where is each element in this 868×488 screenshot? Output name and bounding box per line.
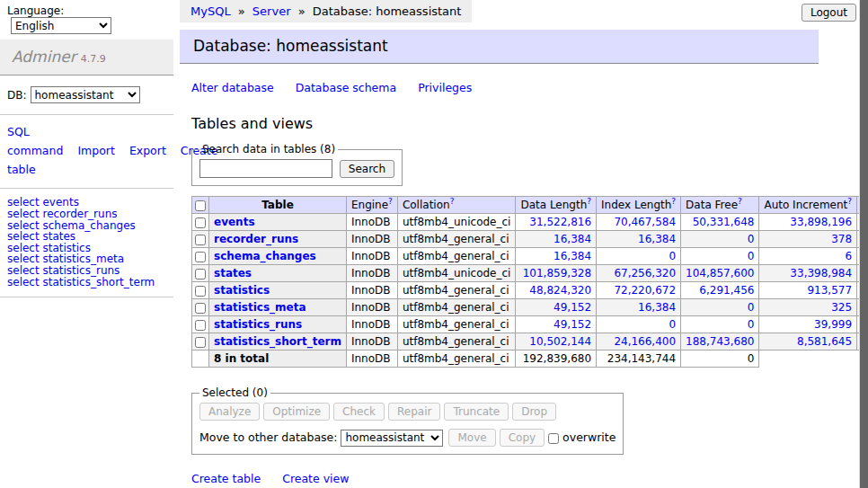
db-select[interactable]: homeassistant (31, 86, 140, 103)
data-length-link[interactable]: 31,522,816 (529, 216, 591, 228)
row-checkbox[interactable] (195, 235, 206, 245)
auto-increment-link[interactable]: 913,577 (807, 284, 852, 297)
analyze-button[interactable]: Analyze (199, 403, 260, 421)
link-alter-database[interactable]: Alter database (191, 81, 274, 94)
help-link[interactable]: ? (450, 197, 455, 206)
data-length-link[interactable]: 49,152 (554, 301, 591, 314)
row-checkbox[interactable] (195, 217, 206, 228)
data-free-link[interactable]: 104,857,600 (686, 267, 754, 279)
sidebar-link-select-statistics-short-term[interactable]: select statistics_short_term (7, 277, 166, 288)
link-create-table[interactable]: Create table (191, 472, 261, 485)
data-length-link[interactable]: 10,502,144 (529, 335, 591, 348)
row-checkbox[interactable] (195, 337, 206, 348)
link-create-view[interactable]: Create view (282, 472, 349, 485)
data-length-link[interactable]: 16,384 (554, 233, 591, 245)
auto-increment-link[interactable]: 8,581,645 (797, 335, 852, 348)
data-free-link[interactable]: 188,743,680 (686, 335, 754, 348)
search-input[interactable] (199, 159, 332, 178)
index-length-link[interactable]: 70,467,584 (614, 216, 676, 228)
auto-increment-link[interactable]: 33,898,196 (790, 216, 852, 228)
data-free-link[interactable]: 6,291,456 (699, 284, 754, 297)
row-checkbox[interactable] (195, 252, 206, 262)
auto-increment-link[interactable]: 6 (845, 250, 852, 262)
index-length-cell: 72,220,672 (597, 282, 681, 299)
search-button[interactable]: Search (340, 160, 394, 178)
copy-button[interactable]: Copy (500, 429, 545, 447)
auto-increment-cell: 913,577 (759, 282, 857, 299)
sidebar-link-export[interactable]: Export (129, 144, 166, 157)
repair-button[interactable]: Repair (388, 403, 440, 421)
move-database-select[interactable]: homeassistant (341, 430, 443, 447)
row-checkbox[interactable] (195, 269, 206, 279)
check-button[interactable]: Check (333, 403, 385, 421)
tables-heading: Tables and views (191, 115, 819, 132)
auto-increment-link[interactable]: 325 (831, 301, 852, 314)
table-link-statistics[interactable]: statistics (214, 284, 270, 297)
data-length-cell: 49,152 (516, 316, 597, 333)
data-free-link[interactable]: 0 (748, 233, 755, 245)
logout-button[interactable]: Logout (802, 4, 856, 22)
index-length-link[interactable]: 0 (669, 318, 676, 331)
data-free-link[interactable]: 0 (748, 318, 755, 331)
sidebar-link-select-statistics-runs[interactable]: select statistics_runs (7, 265, 166, 277)
sidebar-link-select-states[interactable]: select states (7, 231, 166, 243)
data-free-link[interactable]: 50,331,648 (693, 216, 755, 228)
auto-increment-link[interactable]: 33,398,984 (790, 267, 852, 279)
overwrite-checkbox[interactable] (548, 433, 559, 444)
help-link[interactable]: ? (738, 197, 742, 206)
index-length-link[interactable]: 24,166,400 (614, 335, 676, 348)
table-link-statistics-runs[interactable]: statistics_runs (214, 318, 302, 331)
breadcrumb-link-server[interactable]: Server (252, 4, 291, 18)
data-length-link[interactable]: 49,152 (554, 318, 591, 331)
language-select[interactable]: English (11, 17, 111, 34)
data-length-link[interactable]: 101,859,328 (523, 267, 591, 279)
drop-button[interactable]: Drop (512, 403, 556, 421)
data-length-link[interactable]: 16,384 (554, 250, 591, 262)
breadcrumb-link-mysql[interactable]: MySQL (190, 4, 231, 18)
table-link-statistics-meta[interactable]: statistics_meta (214, 301, 306, 314)
table-link-recorder-runs[interactable]: recorder_runs (214, 233, 298, 245)
sidebar: Language:English Adminer4.7.9 DB:homeass… (0, 0, 173, 297)
data-free-link[interactable]: 0 (748, 250, 755, 262)
help-link[interactable]: ? (587, 197, 591, 206)
breadcrumb-separator: » (295, 4, 309, 18)
vertical-scrollbar[interactable] (859, 0, 868, 488)
truncate-button[interactable]: Truncate (444, 403, 509, 421)
table-link-events[interactable]: events (214, 216, 255, 228)
data-free-link[interactable]: 0 (748, 301, 755, 314)
table-row: recorder_runsInnoDButf8mb4_general_ci16,… (192, 231, 868, 248)
table-link-schema-changes[interactable]: schema_changes (214, 250, 316, 262)
index-length-link[interactable]: 72,220,672 (614, 284, 676, 297)
link-privileges[interactable]: Privileges (418, 81, 472, 94)
index-length-cell: 0 (597, 316, 681, 333)
overwrite-label: overwrite (562, 430, 616, 444)
table-link-states[interactable]: states (214, 267, 252, 279)
auto-increment-link[interactable]: 378 (831, 233, 852, 245)
adminer-brand-link[interactable]: Adminer (12, 48, 76, 66)
index-length-link[interactable]: 16,384 (638, 233, 676, 245)
auto-increment-link[interactable]: 39,999 (814, 318, 852, 331)
optimize-button[interactable]: Optimize (263, 403, 330, 421)
sidebar-link-select-recorder-runs[interactable]: select recorder_runs (7, 209, 166, 220)
select-all-checkbox[interactable] (195, 200, 206, 211)
row-checkbox[interactable] (195, 320, 206, 331)
selected-fieldset: Selected (0) AnalyzeOptimizeCheckRepairT… (191, 386, 624, 455)
table-link-statistics-short-term[interactable]: statistics_short_term (214, 335, 341, 348)
data-length-link[interactable]: 48,824,320 (529, 284, 591, 297)
sidebar-link-import[interactable]: Import (77, 144, 115, 157)
row-checkbox[interactable] (195, 286, 206, 297)
row-checkbox[interactable] (195, 303, 206, 314)
index-length-link[interactable]: 16,384 (638, 301, 676, 314)
help-link[interactable]: ? (388, 197, 393, 206)
index-length-link[interactable]: 67,256,320 (614, 267, 676, 279)
help-link[interactable]: ? (671, 197, 676, 206)
move-button[interactable]: Move (448, 429, 495, 447)
column-header-auto-increment: Auto Increment? (759, 197, 857, 214)
row-checkbox-cell (192, 214, 209, 231)
index-length-cell: 16,384 (597, 231, 681, 248)
help-link[interactable]: ? (847, 197, 852, 206)
link-database-schema[interactable]: Database schema (296, 81, 396, 94)
sidebar-link-sql-command[interactable]: SQL command (7, 125, 63, 157)
index-length-link[interactable]: 0 (669, 250, 676, 262)
help-superscript: ? (671, 197, 676, 206)
